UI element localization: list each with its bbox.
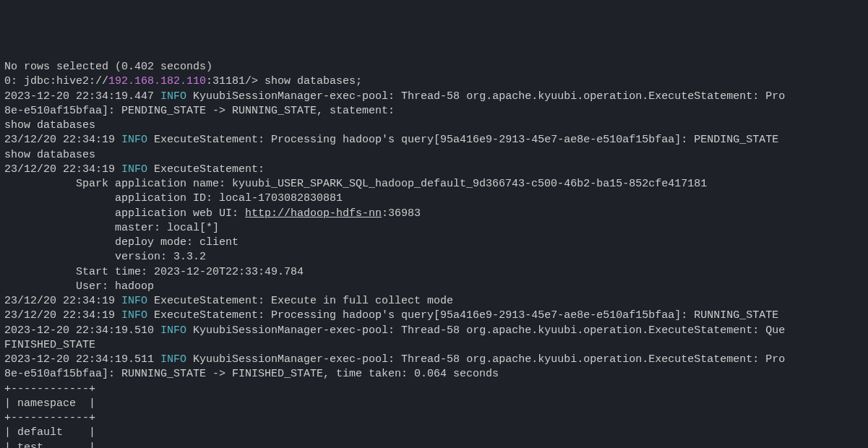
log-level: INFO — [121, 134, 147, 146]
terminal-line: master: local[*] — [4, 221, 864, 236]
log-message: ExecuteStatement: Processing hadoop's qu… — [147, 309, 785, 322]
terminal-line: show databases — [4, 119, 864, 133]
table-row: | test | — [4, 441, 864, 449]
terminal-line: 23/12/20 22:34:19 INFO ExecuteStatement: — [4, 163, 864, 177]
log-message: ExecuteStatement: Processing hadoop's qu… — [147, 134, 785, 146]
log-level: INFO — [160, 90, 186, 103]
label: application web UI: — [4, 207, 245, 220]
terminal-line: User: hadoop — [4, 280, 864, 294]
jdbc-prefix: 0: jdbc:hive2:// — [4, 75, 108, 87]
host-ip: 192.168.182.110 — [108, 75, 206, 87]
port: :36983 — [382, 207, 421, 220]
terminal-line: 2023-12-20 22:34:19.511 INFO KyuubiSessi… — [4, 353, 864, 367]
log-message: KyuubiSessionManager-exec-pool: Thread-5… — [186, 353, 785, 366]
terminal-line: 8e-e510af15bfaa]: RUNNING_STATE -> FINIS… — [4, 367, 864, 382]
log-message: ExecuteStatement: Execute in full collec… — [147, 295, 453, 307]
terminal-line: Start time: 2023-12-20T22:33:49.784 — [4, 265, 864, 280]
terminal-line: 0: jdbc:hive2://192.168.182.110:31181/> … — [4, 74, 864, 89]
terminal-line: 23/12/20 22:34:19 INFO ExecuteStatement:… — [4, 294, 864, 309]
terminal-line: No rows selected (0.402 seconds) — [4, 60, 864, 74]
terminal-line: show databases — [4, 148, 864, 163]
terminal-line: FINISHED_STATE — [4, 338, 864, 353]
log-message: KyuubiSessionManager-exec-pool: Thread-5… — [186, 324, 785, 337]
terminal-line: application web UI: http://hadoop-hdfs-n… — [4, 207, 864, 221]
timestamp: 23/12/20 22:34:19 — [4, 134, 121, 146]
jdbc-suffix: :31181/> show databases; — [206, 75, 362, 87]
web-ui-url[interactable]: http://hadoop-hdfs-nn — [245, 207, 382, 220]
log-level: INFO — [121, 163, 147, 176]
log-level: INFO — [160, 353, 186, 366]
table-border: +------------+ — [4, 382, 864, 397]
timestamp: 23/12/20 22:34:19 — [4, 295, 121, 307]
terminal-line: 2023-12-20 22:34:19.510 INFO KyuubiSessi… — [4, 324, 864, 338]
timestamp: 2023-12-20 22:34:19.447 — [4, 90, 160, 103]
log-level: INFO — [121, 309, 147, 322]
log-message: ExecuteStatement: — [147, 163, 265, 176]
terminal-line: version: 3.3.2 — [4, 250, 864, 264]
terminal-line: application ID: local-1703082830881 — [4, 191, 864, 206]
terminal-line: 2023-12-20 22:34:19.447 INFO KyuubiSessi… — [4, 90, 864, 104]
terminal-line: deploy mode: client — [4, 236, 864, 250]
terminal-line: 23/12/20 22:34:19 INFO ExecuteStatement:… — [4, 309, 864, 323]
table-border: +------------+ — [4, 411, 864, 426]
timestamp: 23/12/20 22:34:19 — [4, 163, 121, 176]
terminal-line: 23/12/20 22:34:19 INFO ExecuteStatement:… — [4, 133, 864, 147]
table-row: | default | — [4, 426, 864, 440]
terminal-line: Spark application name: kyuubi_USER_SPAR… — [4, 177, 864, 191]
terminal-line: 8e-e510af15bfaa]: PENDING_STATE -> RUNNI… — [4, 104, 864, 119]
log-level: INFO — [160, 324, 186, 337]
log-level: INFO — [121, 295, 147, 307]
timestamp: 2023-12-20 22:34:19.510 — [4, 324, 160, 337]
table-header: | namespace | — [4, 397, 864, 411]
log-message: KyuubiSessionManager-exec-pool: Thread-5… — [186, 90, 785, 103]
timestamp: 23/12/20 22:34:19 — [4, 309, 121, 322]
timestamp: 2023-12-20 22:34:19.511 — [4, 353, 160, 366]
